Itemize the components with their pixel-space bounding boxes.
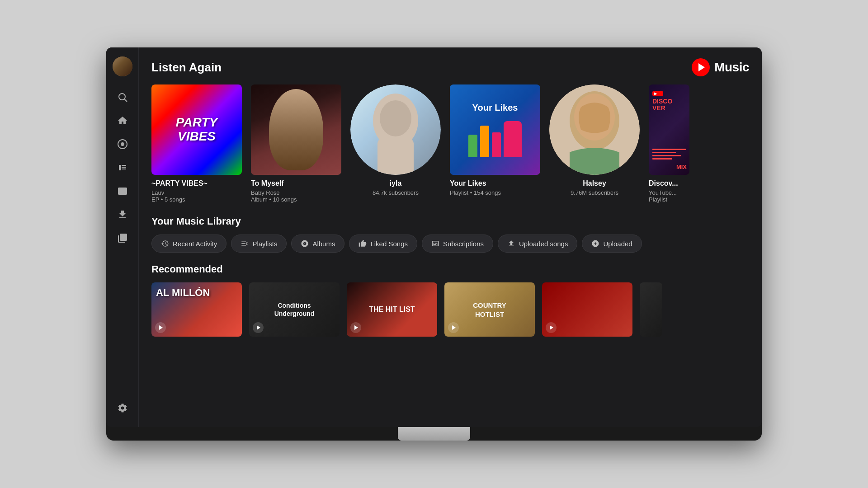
- listen-again-cards: PARTYVIBES ~PARTY VIBES~ Lauv EP • 5 son…: [151, 84, 749, 203]
- pill-playlists[interactable]: Playlists: [231, 235, 287, 253]
- avatar[interactable]: [113, 56, 132, 76]
- halsey-title: Halsey: [549, 179, 640, 188]
- sidebar-playlist-icon[interactable]: [113, 228, 132, 248]
- pill-liked-songs-label: Liked Songs: [370, 240, 408, 248]
- rec-play-red: [546, 322, 557, 333]
- pill-recent-activity-label: Recent Activity: [173, 240, 217, 248]
- tv-frame: Listen Again Music PARTYVIBES ~PARTY VIB…: [106, 47, 762, 441]
- card-discover[interactable]: ▶ DISCOVER MIX Discov... YouTube...: [649, 84, 689, 203]
- party-vibes-sub2: EP • 5 songs: [151, 196, 242, 203]
- discover-title: Discov...: [649, 179, 689, 188]
- rec-card-red[interactable]: [542, 282, 632, 337]
- sidebar-downloads-icon[interactable]: [113, 205, 132, 225]
- yt-music-text: Music: [714, 60, 749, 75]
- rec-card-hit-list[interactable]: THE HIT LIST: [347, 282, 437, 337]
- pill-liked-songs[interactable]: Liked Songs: [349, 235, 417, 253]
- iyla-image: [350, 84, 441, 175]
- settings-icon[interactable]: [113, 398, 132, 418]
- rec-play-al-millon: [155, 322, 166, 333]
- rec-play-conditions: [253, 322, 264, 333]
- iyla-sub1: 84.7k subscribers: [350, 189, 441, 196]
- rec-card-conditions[interactable]: ConditionsUnderground: [249, 282, 340, 337]
- svg-point-2: [116, 68, 129, 76]
- to-myself-artwork: [251, 84, 341, 175]
- sidebar-search-icon[interactable]: [113, 87, 132, 107]
- iyla-artwork: [350, 84, 441, 175]
- listen-again-title: Listen Again: [151, 61, 222, 75]
- circle-upload-icon: [591, 239, 599, 248]
- history-icon: [161, 239, 169, 248]
- svg-line-4: [124, 99, 127, 102]
- to-myself-sub2: Album • 10 songs: [251, 196, 341, 203]
- sidebar-home-icon[interactable]: [113, 111, 132, 131]
- rec-play-hit-list: [350, 322, 361, 333]
- your-likes-title: Your Likes: [450, 179, 540, 188]
- pill-uploaded-songs-label: Uploaded songs: [519, 240, 568, 248]
- card-halsey[interactable]: Halsey 9.76M subscribers: [549, 84, 640, 203]
- svg-point-8: [380, 100, 411, 136]
- recommended-section: Recommended AL MILLÓN ConditionsUndergro…: [151, 263, 749, 337]
- pill-subscriptions-label: Subscriptions: [443, 240, 484, 248]
- playlist-icon: [241, 239, 249, 248]
- pill-uploaded-songs[interactable]: Uploaded songs: [498, 235, 577, 253]
- halsey-image: [549, 84, 640, 175]
- filter-pills: Recent Activity Playlists Al: [151, 235, 749, 253]
- svg-point-3: [119, 94, 125, 100]
- pill-recent-activity[interactable]: Recent Activity: [151, 235, 226, 253]
- library-section: Your Music Library Recent Activity: [151, 216, 749, 253]
- card-your-likes[interactable]: Your Likes Your Likes Playlist • 154 son…: [450, 84, 540, 203]
- svg-rect-9: [377, 139, 414, 175]
- recommended-cards: AL MILLÓN ConditionsUnderground THE HIT …: [151, 282, 749, 337]
- your-likes-sub1: Playlist • 154 songs: [450, 189, 540, 196]
- iyla-title: iyla: [350, 179, 441, 188]
- halsey-artwork: [549, 84, 640, 175]
- discover-sub1: YouTube...: [649, 189, 689, 196]
- sidebar-library-icon[interactable]: [113, 158, 132, 178]
- sidebar-nowplaying-icon[interactable]: [113, 134, 132, 154]
- sidebar-subscriptions-icon[interactable]: [113, 181, 132, 201]
- tv-stand: [398, 427, 470, 441]
- to-myself-title: To Myself: [251, 179, 341, 188]
- card-party-vibes[interactable]: PARTYVIBES ~PARTY VIBES~ Lauv EP • 5 son…: [151, 84, 242, 203]
- to-myself-sub1: Baby Rose: [251, 189, 341, 196]
- yt-music-logo: Music: [692, 58, 749, 76]
- svg-point-0: [113, 56, 132, 76]
- discover-sub2: Playlist: [649, 196, 689, 203]
- card-to-myself[interactable]: To Myself Baby Rose Album • 10 songs: [251, 84, 341, 203]
- rec-play-country: [448, 322, 459, 333]
- album-icon: [301, 239, 309, 248]
- yt-music-icon: [692, 58, 710, 76]
- svg-point-1: [118, 60, 127, 68]
- sidebar: [106, 47, 139, 427]
- pill-subscriptions[interactable]: Subscriptions: [422, 235, 493, 253]
- screen: Listen Again Music PARTYVIBES ~PARTY VIB…: [106, 47, 762, 427]
- pill-albums[interactable]: Albums: [291, 235, 344, 253]
- pill-uploaded-label: Uploaded: [603, 240, 632, 248]
- pill-uploaded[interactable]: Uploaded: [582, 235, 642, 253]
- rec-card-partial: [640, 282, 662, 337]
- party-vibes-title: ~PARTY VIBES~: [151, 179, 242, 188]
- party-vibes-image: PARTYVIBES: [151, 84, 242, 175]
- subscriptions-icon: [431, 239, 439, 248]
- party-vibes-sub1: Lauv: [151, 189, 242, 196]
- card-iyla[interactable]: iyla 84.7k subscribers: [350, 84, 441, 203]
- header: Listen Again Music: [151, 58, 749, 76]
- halsey-sub1: 9.76M subscribers: [549, 189, 640, 196]
- your-likes-image: Your Likes: [450, 84, 540, 175]
- thumbs-up-icon: [359, 239, 367, 248]
- svg-point-6: [121, 142, 124, 146]
- upload-icon: [507, 239, 515, 248]
- rec-card-country[interactable]: COUNTRYHOTLIST: [444, 282, 535, 337]
- rec-card-al-millon[interactable]: AL MILLÓN: [151, 282, 242, 337]
- pill-playlists-label: Playlists: [252, 240, 277, 248]
- svg-text:▶: ▶: [654, 92, 657, 96]
- pill-albums-label: Albums: [312, 240, 335, 248]
- recommended-title: Recommended: [151, 263, 749, 275]
- your-likes-artwork: Your Likes: [450, 84, 540, 175]
- main-content: Listen Again Music PARTYVIBES ~PARTY VIB…: [139, 47, 762, 427]
- to-myself-image: [251, 84, 341, 175]
- library-title: Your Music Library: [151, 216, 749, 227]
- party-vibes-artwork: PARTYVIBES: [151, 84, 242, 175]
